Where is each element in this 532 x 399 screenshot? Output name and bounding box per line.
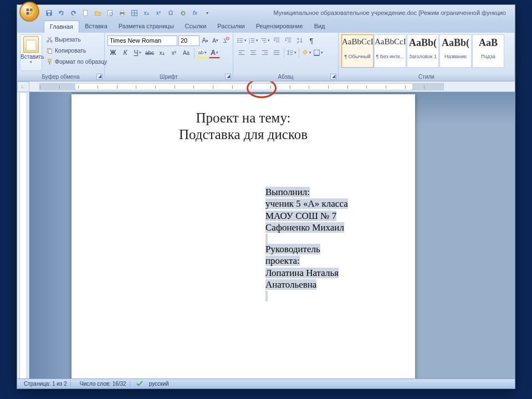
status-language[interactable]: русский [149, 381, 169, 387]
proofing-icon[interactable] [136, 380, 144, 388]
svg-point-27 [237, 40, 238, 41]
svg-line-19 [48, 37, 52, 40]
document-area: ∟ Проект на тему: Подставка для дисков [17, 81, 515, 378]
style-item-2[interactable]: AaBb(Заголовок 1 [407, 34, 439, 68]
redo-icon[interactable] [68, 8, 78, 18]
quick-access-toolbar: x₂ x² Ω fx ▾ [44, 8, 212, 18]
style-item-1[interactable]: AaBbCcI¶ Без инте... [374, 34, 406, 68]
tab-review[interactable]: Рецензирование [250, 21, 309, 33]
refresh-icon[interactable] [178, 8, 188, 18]
multilevel-button[interactable]: ▾ [259, 35, 270, 46]
cut-button[interactable]: Вырезать [44, 34, 109, 44]
font-dialog-launcher[interactable]: ◢ [225, 74, 231, 80]
borders-button[interactable]: ▾ [313, 47, 324, 58]
paragraph-group-label: Абзац [233, 74, 338, 80]
tab-home[interactable]: Главная [44, 21, 79, 33]
style-item-4[interactable]: AaBПодза [472, 34, 504, 68]
line-spacing-button[interactable]: ▾ [286, 47, 297, 58]
document-title[interactable]: Проект на тему: Подставка для дисков [88, 110, 398, 143]
svg-rect-13 [121, 14, 124, 16]
subscript-button[interactable]: x₂ [156, 47, 167, 58]
new-icon[interactable] [80, 8, 90, 18]
horizontal-ruler[interactable] [29, 81, 515, 92]
underline-button[interactable]: Ч▾ [132, 47, 143, 58]
bullets-button[interactable]: ▾ [236, 35, 247, 46]
shrink-font-button[interactable]: A▾ [211, 35, 219, 46]
app-window: x₂ x² Ω fx ▾ Муниципальное образовательн… [17, 4, 515, 389]
tab-view[interactable]: Вид [309, 21, 331, 33]
highlight-button[interactable]: ab▾ [197, 47, 208, 58]
svg-rect-12 [121, 10, 124, 12]
tab-page-layout[interactable]: Разметка страницы [113, 21, 180, 33]
clipboard-icon [23, 36, 39, 53]
case-button[interactable]: Aa [181, 47, 192, 58]
group-paragraph: ▾ 123▾ ▾ AZ ¶ ▾ ▾ ▾ Абзац ◢ [233, 33, 339, 81]
open-icon[interactable] [93, 8, 103, 18]
svg-rect-22 [49, 49, 52, 53]
svg-rect-64 [314, 50, 320, 55]
shading-button[interactable]: ▾ [301, 47, 312, 58]
svg-rect-1 [27, 9, 29, 12]
svg-rect-4 [30, 12, 33, 15]
clear-format-button[interactable] [221, 35, 230, 46]
qat-more-icon[interactable]: ▾ [202, 8, 212, 18]
tab-selector[interactable]: ∟ [17, 81, 29, 92]
group-clipboard: Вставить ▾ Вырезать Копировать Формат по… [17, 33, 105, 81]
tab-references[interactable]: Ссылки [180, 21, 212, 33]
align-center-button[interactable] [248, 47, 259, 58]
font-family-select[interactable] [108, 35, 177, 46]
font-size-select[interactable] [178, 35, 200, 46]
italic-button[interactable]: К [120, 47, 131, 58]
tab-insert[interactable]: Вставка [79, 21, 113, 33]
group-font: A▴ A▾ Ж К Ч▾ abc x₂ x² Aa ab▾ A▾ Шрифт ◢ [105, 33, 233, 81]
style-item-3[interactable]: AaBb(Название [439, 34, 472, 68]
svg-text:3: 3 [249, 42, 250, 44]
align-left-button[interactable] [236, 47, 247, 58]
office-button[interactable] [19, 2, 39, 22]
font-color-button[interactable]: A▾ [209, 47, 220, 58]
page-surface[interactable]: Проект на тему: Подставка для дисков Вып… [29, 92, 515, 378]
document-page[interactable]: Проект на тему: Подставка для дисков Вып… [71, 94, 415, 378]
show-marks-button[interactable]: ¶ [306, 35, 317, 46]
paste-label: Вставить [21, 54, 42, 60]
tab-mailings[interactable]: Рассылки [212, 21, 250, 33]
numbering-button[interactable]: 123▾ [248, 35, 259, 46]
superscript-button[interactable]: x² [168, 47, 180, 58]
svg-rect-3 [27, 12, 29, 15]
print-preview-icon[interactable] [105, 8, 115, 18]
increase-indent-button[interactable] [283, 35, 294, 46]
ohm-icon[interactable]: Ω [166, 8, 176, 18]
copy-button[interactable]: Копировать [44, 45, 109, 55]
table-icon[interactable] [129, 8, 139, 18]
status-words[interactable]: Число слов: 16/32 [76, 381, 130, 387]
align-right-button[interactable] [259, 47, 270, 58]
styles-group-label: Стили [339, 74, 514, 80]
brush-icon [46, 58, 53, 65]
format-painter-button[interactable]: Формат по образцу [44, 57, 109, 66]
svg-text:Z: Z [297, 40, 299, 44]
superscript-icon[interactable]: x² [154, 8, 163, 18]
author-block[interactable]: Выполнил: ученик 5 «А» класса МАОУ СОШ №… [265, 186, 376, 302]
scissors-icon [46, 36, 53, 43]
undo-icon[interactable] [56, 8, 66, 18]
vertical-ruler[interactable]: ∟ [17, 81, 29, 378]
print-icon[interactable] [117, 8, 127, 18]
align-justify-button[interactable] [271, 47, 282, 58]
svg-point-26 [237, 38, 238, 39]
svg-rect-7 [48, 13, 50, 15]
save-icon[interactable] [44, 8, 54, 18]
paragraph-dialog-launcher[interactable]: ◢ [330, 74, 336, 80]
style-item-0[interactable]: AaBbCcI¶ Обычный [341, 34, 374, 68]
sort-button[interactable]: AZ [294, 35, 305, 46]
ribbon-tabs: Главная Вставка Разметка страницы Ссылки… [17, 21, 515, 33]
svg-rect-23 [48, 59, 51, 62]
bold-button[interactable]: Ж [108, 47, 119, 58]
paste-button[interactable]: Вставить ▾ [20, 34, 42, 71]
subscript-icon[interactable]: x₂ [141, 8, 151, 18]
equation-icon[interactable]: fx [190, 8, 200, 18]
clipboard-dialog-launcher[interactable]: ◢ [96, 74, 103, 80]
decrease-indent-button[interactable] [271, 35, 282, 46]
status-page[interactable]: Страница: 1 из 2 [21, 381, 71, 387]
strike-button[interactable]: abc [144, 47, 155, 58]
grow-font-button[interactable]: A▴ [201, 35, 209, 46]
